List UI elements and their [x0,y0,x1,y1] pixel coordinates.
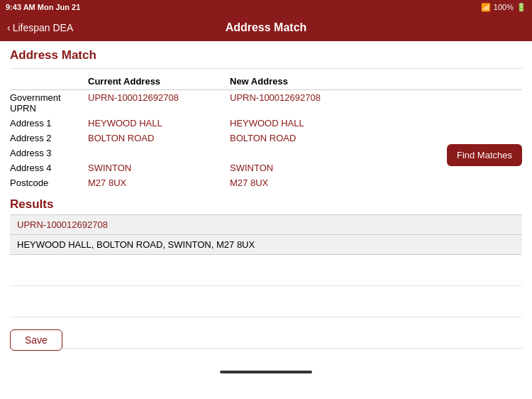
row-label: Postcode [10,175,88,190]
row-label: Government UPRN [10,90,88,116]
table-row: Postcode M27 8UX M27 8UX [10,175,522,190]
current-value: UPRN-100012692708 [88,90,230,116]
new-value: HEYWOOD HALL [230,116,522,131]
col-label-header [10,73,88,90]
empty-row-1 [10,255,522,286]
results-container: UPRN-100012692708 HEYWOOD HALL, BOLTON R… [10,214,522,255]
new-value: BOLTON ROAD [230,131,522,146]
row-label: Address 4 [10,160,88,175]
main-content: Address Match Current Address New Addres… [0,41,532,378]
current-value: SWINTON [88,160,230,175]
table-row: Address 2 BOLTON ROAD BOLTON ROAD [10,131,522,146]
row-label: Address 2 [10,131,88,146]
new-value: M27 8UX [230,175,522,190]
battery-icon: 🔋 [516,3,526,12]
address-table: Current Address New Address Government U… [10,73,522,190]
table-row: Address 3 [10,146,522,160]
back-label: Lifespan DEA [13,22,74,33]
row-label: Address 1 [10,116,88,131]
row-label: Address 3 [10,146,88,160]
battery-label: 100% [494,3,514,11]
empty-row-2 [10,286,522,317]
status-bar: 9:43 AM Mon Jun 21 📶 100% 🔋 [0,0,532,14]
results-title: Results [10,197,522,212]
home-indicator [220,371,312,373]
empty-row-3 [10,317,522,349]
current-value: M27 8UX [88,175,230,190]
nav-title: Address Match [226,21,307,34]
table-row: Government UPRN UPRN-100012692708 UPRN-1… [10,90,522,116]
result-uprn[interactable]: UPRN-100012692708 [10,215,522,235]
page-title: Address Match [10,48,522,62]
header-separator [10,68,522,69]
current-address-header: Current Address [88,73,230,90]
current-value: BOLTON ROAD [88,131,230,146]
save-button[interactable]: Save [10,329,62,351]
wifi-icon: 📶 [481,3,491,12]
back-button[interactable]: ‹ Lifespan DEA [7,22,73,33]
current-value [88,146,230,160]
nav-bar: ‹ Lifespan DEA Address Match [0,14,532,41]
status-right: 📶 100% 🔋 [481,3,526,12]
new-address-header: New Address [230,73,522,90]
table-row: Address 1 HEYWOOD HALL HEYWOOD HALL [10,116,522,131]
chevron-left-icon: ‹ [7,22,11,33]
table-row: Address 4 SWINTON SWINTON [10,160,522,175]
new-value: UPRN-100012692708 [230,90,522,116]
current-value: HEYWOOD HALL [88,116,230,131]
find-matches-button[interactable]: Find Matches [447,144,522,166]
result-address: HEYWOOD HALL, BOLTON ROAD, SWINTON, M27 … [10,235,522,254]
status-time: 9:43 AM Mon Jun 21 [6,3,80,11]
